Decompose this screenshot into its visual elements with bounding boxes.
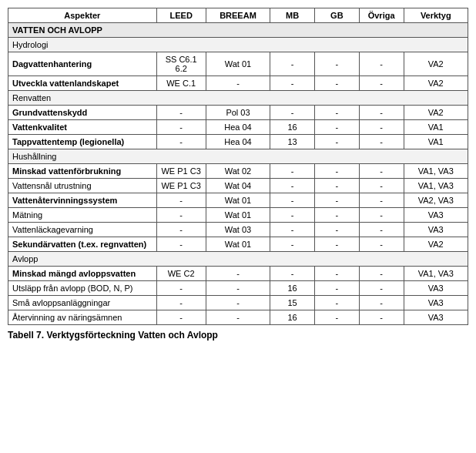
col-header-breeam: BREEAM xyxy=(206,8,270,23)
verktyg-cell: VA3 xyxy=(404,296,468,310)
gb-cell: - xyxy=(314,135,359,149)
table-row: Återvinning av näringsämnen--16--VA3 xyxy=(8,310,468,325)
leed-cell: - xyxy=(156,106,206,120)
table-row: Små avloppsanläggningar--15--VA3 xyxy=(8,296,468,310)
verktyg-cell: VA3 xyxy=(404,281,468,296)
ovriga-cell: - xyxy=(359,208,404,223)
section-label: VATTEN OCH AVLOPP xyxy=(8,23,468,38)
mb-cell: 16 xyxy=(270,281,315,296)
leed-cell: - xyxy=(156,237,206,252)
verktyg-cell: VA1, VA3 xyxy=(404,267,468,281)
verktyg-cell: VA1, VA3 xyxy=(404,179,468,193)
ovriga-cell: - xyxy=(359,179,404,193)
table-row: Hydrologi xyxy=(8,38,468,52)
mb-cell: - xyxy=(270,193,315,208)
gb-cell: - xyxy=(314,52,359,76)
leed-cell: - xyxy=(156,208,206,223)
leed-cell: WE P1 C3 xyxy=(156,179,206,193)
table-row: Vattenkvalitet-Hea 0416--VA1 xyxy=(8,120,468,135)
mb-cell: 15 xyxy=(270,296,315,310)
leed-cell: - xyxy=(156,120,206,135)
col-header-ovriga: Övriga xyxy=(359,8,404,23)
table-row: Vattenläckagevarning-Wat 03---VA3 xyxy=(8,223,468,237)
verktyg-cell: VA1 xyxy=(404,135,468,149)
leed-cell: - xyxy=(156,135,206,149)
subsection-label: Hydrologi xyxy=(8,38,468,52)
table-row: Tappvattentemp (legionella)-Hea 0413--VA… xyxy=(8,135,468,149)
table-row: Grundvattenskydd-Pol 03---VA2 xyxy=(8,106,468,120)
ovriga-cell: - xyxy=(359,164,404,179)
ovriga-cell: - xyxy=(359,267,404,281)
gb-cell: - xyxy=(314,237,359,252)
subsection-label: Renvatten xyxy=(8,91,468,106)
table-row: Utsläpp från avlopp (BOD, N, P)--16--VA3 xyxy=(8,281,468,296)
table-row: Vattensnål utrustningWE P1 C3Wat 04---VA… xyxy=(8,179,468,193)
col-header-mb: MB xyxy=(270,8,315,23)
verktyg-cell: VA2 xyxy=(404,106,468,120)
gb-cell: - xyxy=(314,179,359,193)
subsection-label: Avlopp xyxy=(8,252,468,267)
table-row: Vattenåtervinningssystem-Wat 01---VA2, V… xyxy=(8,193,468,208)
aspect-cell: Sekundärvatten (t.ex. regnvatten) xyxy=(8,237,157,252)
aspect-cell: Små avloppsanläggningar xyxy=(8,296,157,310)
ovriga-cell: - xyxy=(359,281,404,296)
ovriga-cell: - xyxy=(359,310,404,325)
table-row: Sekundärvatten (t.ex. regnvatten)-Wat 01… xyxy=(8,237,468,252)
breeam-cell: - xyxy=(206,281,270,296)
table-caption: Tabell 7. Verktygsförteckning Vatten och… xyxy=(8,330,468,341)
ovriga-cell: - xyxy=(359,135,404,149)
aspect-cell: Minskad mängd avloppsvatten xyxy=(8,267,157,281)
leed-cell: - xyxy=(156,281,206,296)
breeam-cell: - xyxy=(206,296,270,310)
breeam-cell: - xyxy=(206,310,270,325)
verktyg-cell: VA1, VA3 xyxy=(404,164,468,179)
gb-cell: - xyxy=(314,208,359,223)
mb-cell: 13 xyxy=(270,135,315,149)
ovriga-cell: - xyxy=(359,120,404,135)
ovriga-cell: - xyxy=(359,296,404,310)
leed-cell: WE C2 xyxy=(156,267,206,281)
mb-cell: - xyxy=(270,52,315,76)
mb-cell: - xyxy=(270,223,315,237)
aspect-cell: Utveckla vattenlandskapet xyxy=(8,76,157,91)
breeam-cell: Hea 04 xyxy=(206,135,270,149)
gb-cell: - xyxy=(314,267,359,281)
aspect-cell: Vattenläckagevarning xyxy=(8,223,157,237)
leed-cell: - xyxy=(156,193,206,208)
verktyg-cell: VA3 xyxy=(404,223,468,237)
aspect-cell: Utsläpp från avlopp (BOD, N, P) xyxy=(8,281,157,296)
table-row: Avlopp xyxy=(8,252,468,267)
breeam-cell: Pol 03 xyxy=(206,106,270,120)
gb-cell: - xyxy=(314,76,359,91)
mb-cell: - xyxy=(270,208,315,223)
col-header-verktyg: Verktyg xyxy=(404,8,468,23)
table-row: Minskad vattenförbrukningWE P1 C3Wat 02-… xyxy=(8,164,468,179)
breeam-cell: Wat 04 xyxy=(206,179,270,193)
col-header-aspekter: Aspekter xyxy=(8,8,157,23)
aspect-cell: Vattensnål utrustning xyxy=(8,179,157,193)
verktyg-cell: VA3 xyxy=(404,208,468,223)
gb-cell: - xyxy=(314,223,359,237)
gb-cell: - xyxy=(314,310,359,325)
aspect-cell: Minskad vattenförbrukning xyxy=(8,164,157,179)
ovriga-cell: - xyxy=(359,106,404,120)
main-table: Aspekter LEED BREEAM MB GB Övriga Verkty… xyxy=(8,8,468,325)
breeam-cell: Hea 04 xyxy=(206,120,270,135)
verktyg-cell: VA1 xyxy=(404,120,468,135)
ovriga-cell: - xyxy=(359,223,404,237)
mb-cell: - xyxy=(270,164,315,179)
table-row: Hushållning xyxy=(8,149,468,164)
table-row: DagvattenhanteringSS C6.1 6.2Wat 01---VA… xyxy=(8,52,468,76)
aspect-cell: Grundvattenskydd xyxy=(8,106,157,120)
verktyg-cell: VA2 xyxy=(404,237,468,252)
gb-cell: - xyxy=(314,106,359,120)
leed-cell: WE C.1 xyxy=(156,76,206,91)
gb-cell: - xyxy=(314,281,359,296)
breeam-cell: Wat 01 xyxy=(206,52,270,76)
col-header-leed: LEED xyxy=(156,8,206,23)
breeam-cell: Wat 01 xyxy=(206,208,270,223)
breeam-cell: Wat 01 xyxy=(206,193,270,208)
mb-cell: 16 xyxy=(270,310,315,325)
table-row: Mätning-Wat 01---VA3 xyxy=(8,208,468,223)
mb-cell: - xyxy=(270,237,315,252)
